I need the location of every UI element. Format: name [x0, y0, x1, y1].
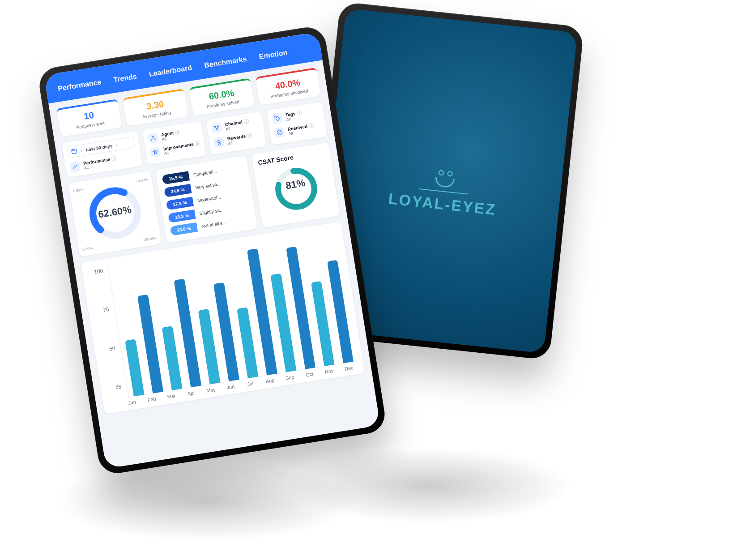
bar-Nov[interactable]: [311, 281, 334, 366]
tab-performance[interactable]: Performance: [57, 78, 102, 93]
bar-Mar[interactable]: [162, 326, 182, 390]
monthly-bar-chart: 100755025 JanFebMarAprMayJunJulAugSepOct…: [81, 222, 365, 414]
filter-agent[interactable]: AgentiAll: [148, 126, 199, 144]
dist-label: Slightly sa...: [199, 207, 224, 216]
dist-label: Very satisfi...: [195, 181, 221, 190]
csat-title: CSAT Score: [257, 154, 294, 166]
tab-emotion[interactable]: Emotion: [259, 48, 288, 61]
brand-name: LOYAL-EYEZ: [388, 190, 497, 218]
date-range-label: Last 30 days: [85, 143, 113, 152]
calendar-icon: [71, 148, 78, 156]
chevron-right-icon[interactable]: ›: [115, 142, 119, 147]
dist-pill: 18.3 %: [168, 209, 196, 223]
tab-trends[interactable]: Trends: [113, 73, 137, 84]
filter-tags[interactable]: TagsiAll: [272, 107, 320, 124]
svg-point-3: [152, 136, 154, 138]
svg-point-9: [277, 130, 282, 135]
dist-label: Moderatel...: [197, 195, 221, 203]
dist-pill: 15.5 %: [162, 171, 190, 184]
resolved-icon: [274, 127, 285, 138]
channel-icon: [211, 122, 222, 133]
dist-pill: 13.8 %: [170, 222, 198, 236]
improvements-icon: [150, 147, 161, 158]
smiley-icon: [432, 168, 459, 189]
svg-point-0: [439, 170, 443, 175]
filter-resolved[interactable]: ResolvediAll: [274, 121, 322, 138]
dist-label: Not at all s...: [201, 220, 226, 229]
tab-benchmarks[interactable]: Benchmarks: [204, 55, 247, 70]
dist-label: Completel...: [193, 169, 217, 177]
svg-point-6: [217, 129, 218, 130]
brand-logo: LOYAL-EYEZ: [390, 164, 500, 198]
dist-pill: 17.8 %: [166, 197, 194, 210]
bar-May[interactable]: [198, 309, 220, 384]
bar-Jul[interactable]: [237, 307, 259, 378]
tags-icon: [272, 113, 283, 124]
svg-rect-2: [72, 149, 77, 154]
performance-icon: [69, 161, 81, 172]
filter-channel[interactable]: ChanneliAll: [211, 116, 259, 133]
bar-Jan[interactable]: [125, 339, 145, 396]
csat-card: CSAT Score 81%: [251, 142, 340, 227]
filter-improvements[interactable]: ImprovementsiAll: [150, 140, 201, 158]
agent-icon: [148, 133, 159, 144]
dist-pill: 34.6 %: [164, 184, 192, 197]
svg-point-1: [447, 171, 452, 176]
distribution-card: 15.5 %Completel...34.6 %Very satisfi...1…: [155, 156, 257, 243]
gauge-card: 0.00% 70.00% 62.60% 0.00% 100.00%: [68, 171, 162, 256]
rewards-icon: [213, 137, 225, 148]
tab-leaderboard[interactable]: Leaderboard: [149, 64, 193, 78]
filter-rewards[interactable]: RewardsiAll: [213, 131, 261, 148]
svg-point-8: [276, 117, 277, 118]
chevron-left-icon[interactable]: ‹: [80, 148, 84, 153]
